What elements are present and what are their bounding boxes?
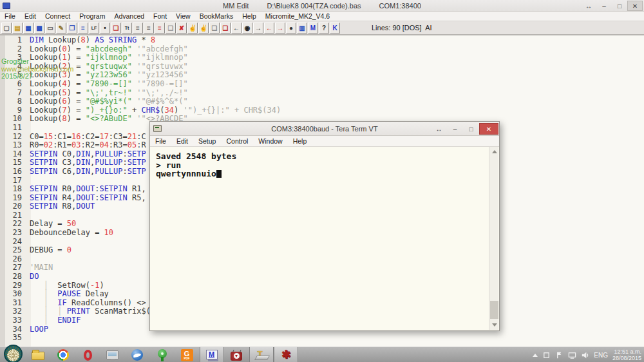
network-icon[interactable] — [568, 351, 576, 359]
align-right-icon[interactable]: ≡ — [144, 23, 154, 33]
taskbar-chrome-icon[interactable] — [51, 347, 75, 362]
list-icon-glyph: ≡ — [81, 24, 85, 32]
hand-icon[interactable]: ✌ — [198, 23, 209, 33]
forward-arrow-icon[interactable]: → — [253, 23, 263, 33]
terminal-scrollbar[interactable] — [489, 147, 498, 330]
scroll-up-icon[interactable] — [489, 147, 499, 157]
taskbar-video-downloader-icon[interactable] — [224, 347, 249, 362]
run-icon[interactable]: K — [330, 23, 340, 33]
menu-help[interactable]: Help — [238, 12, 261, 20]
teraterm-titlebar[interactable]: COM3:38400baud - Tera Term VT ↔ – □ ✕ — [150, 122, 499, 136]
code-text: │ IF ReadColumns() <> 2 — [26, 298, 155, 307]
menu-advanced[interactable]: Advanced — [109, 12, 149, 20]
code-text: SETPIN R0,DOUT:SETPIN R1, — [26, 184, 146, 193]
copy-icon[interactable]: ❐ — [67, 23, 77, 33]
maximize-icon[interactable]: □ — [463, 123, 479, 135]
terminal-screen[interactable]: Saved 2548 bytes> runqwertynnnuio — [151, 147, 489, 330]
tt-menu-file[interactable]: File — [150, 137, 171, 145]
next-error-icon[interactable]: → — [275, 23, 285, 33]
save-icon[interactable]: ▦ — [23, 23, 33, 33]
record-icon[interactable]: • — [100, 23, 110, 33]
toolbar-buttons: ▢▤▦▩▭✎❐≡LF•❏Tt≡≡≡❑✘✌✌❑❑←◉→←→●▥M?K — [1, 23, 341, 33]
align-left-icon[interactable]: ≡ — [133, 23, 143, 33]
bubble-icon[interactable]: ❑ — [209, 23, 220, 33]
taskbar-thunderbird-icon[interactable] — [125, 347, 149, 362]
menu-font[interactable]: Font — [149, 12, 171, 20]
mmedit-titlebar: MM EditD:\BlueK8 004(TZA code).basCOM1:3… — [0, 0, 644, 12]
line-ending-icon[interactable]: LF — [89, 23, 99, 33]
edit-pen-icon[interactable]: ✎ — [56, 23, 66, 33]
maximize-icon[interactable]: □ — [612, 1, 627, 11]
taskbar-teraterm-app-icon[interactable]: T — [249, 347, 274, 362]
close-icon[interactable]: ✕ — [627, 1, 643, 11]
taskbar-paint-splat-app-icon[interactable]: ✱ — [274, 347, 298, 362]
bubble-red-icon[interactable]: ❑ — [220, 23, 231, 33]
clock-time: 12:51 a.m. — [612, 348, 641, 355]
taskbar-pdf-app-icon[interactable]: G — [175, 347, 199, 362]
volume-icon[interactable] — [581, 351, 589, 359]
taskbar-image-viewer-icon[interactable] — [100, 347, 125, 362]
print-icon[interactable]: ▭ — [45, 23, 55, 33]
code-text: C0=15:C1=16:C2=17:C3=21:C — [26, 132, 146, 141]
tt-menu-window[interactable]: Window — [253, 137, 287, 145]
code-text — [26, 176, 30, 185]
tt-menu-edit[interactable]: Edit — [171, 137, 193, 145]
open-file-icon[interactable]: ▤ — [12, 23, 23, 33]
minimize-icon[interactable]: – — [447, 123, 463, 135]
paste-icon[interactable]: ❏ — [111, 23, 121, 33]
back-arrow-icon[interactable]: ← — [231, 23, 242, 33]
line-ending-icon-glyph: LF — [91, 26, 97, 30]
delete-icon-glyph: ✘ — [179, 24, 184, 32]
tt-menu-setup[interactable]: Setup — [193, 137, 221, 145]
resize-icon[interactable]: ↔ — [581, 1, 596, 11]
teraterm-window: COM3:38400baud - Tera Term VT ↔ – □ ✕ Fi… — [149, 121, 500, 331]
menu-edit[interactable]: Edit — [20, 12, 41, 20]
columns-icon[interactable]: ▥ — [297, 23, 307, 33]
font-icon[interactable]: Tt — [122, 23, 132, 33]
show-hidden-icons-icon[interactable] — [533, 354, 538, 357]
globe-icon[interactable]: ● — [286, 23, 296, 33]
code-text: Delay = 50 — [26, 219, 76, 228]
tray-app-icon[interactable] — [542, 351, 551, 359]
menu-connect[interactable]: Connect — [41, 12, 75, 20]
menu-bookmarks[interactable]: BookMarks — [195, 12, 238, 20]
line-number: 34 — [0, 325, 26, 334]
resize-icon[interactable]: ↔ — [431, 123, 447, 135]
new-file-icon[interactable]: ▢ — [1, 23, 12, 33]
tt-menu-control[interactable]: Control — [221, 137, 253, 145]
scrollbar-thumb[interactable] — [490, 301, 498, 319]
menu-micromite-mk2-v4-6[interactable]: Micromite_MK2_V4.6 — [261, 12, 334, 20]
minimize-icon[interactable]: – — [596, 1, 612, 11]
menu-program[interactable]: Program — [75, 12, 109, 20]
save-as-icon-glyph: ▩ — [36, 24, 42, 32]
mmedit-title: MM EditD:\BlueK8 004(TZA code).basCOM1:3… — [0, 2, 644, 10]
delete-icon[interactable]: ✘ — [176, 23, 187, 33]
tt-menu-help[interactable]: Help — [288, 137, 312, 145]
menu-view[interactable]: View — [171, 12, 195, 20]
prev-error-icon-glyph: ← — [266, 24, 272, 32]
language-indicator[interactable]: ENG — [594, 352, 608, 359]
taskbar-green-utility-icon[interactable] — [150, 347, 175, 362]
compare-hands-icon[interactable]: ✌ — [187, 23, 198, 33]
taskbar-mmedit-app-icon[interactable]: M — [200, 347, 224, 362]
watermark-line: 2015/8/27 — [1, 73, 74, 81]
target-icon[interactable]: ◉ — [242, 23, 252, 33]
photo-watermark: Grogsterwww.thebackshed.com2015/8/27 — [1, 58, 74, 81]
indent-icon[interactable]: ≡ — [155, 23, 165, 33]
save-as-icon[interactable]: ▩ — [34, 23, 44, 33]
clock[interactable]: 12:51 a.m. 28/08/2015 — [612, 348, 641, 361]
menu-file[interactable]: File — [0, 12, 20, 20]
columns-icon-glyph: ▥ — [299, 24, 305, 32]
close-icon[interactable]: ✕ — [479, 123, 498, 135]
list-icon[interactable]: ≡ — [78, 23, 88, 33]
code-line-4: 4Lookup(2) = "qrstuqwx" '"qrstuvwx" — [0, 62, 644, 71]
prev-error-icon[interactable]: ← — [264, 23, 274, 33]
scroll-down-icon[interactable] — [489, 320, 499, 330]
start-button[interactable] — [4, 345, 23, 362]
taskbar-opera-icon[interactable] — [75, 347, 100, 362]
mmedit-logo-icon[interactable]: M — [308, 23, 318, 33]
action-center-flag-icon[interactable] — [555, 351, 564, 359]
comment-bubble-icon[interactable]: ❑ — [166, 23, 176, 33]
help-icon[interactable]: ? — [319, 23, 329, 33]
taskbar-file-explorer-icon[interactable] — [26, 347, 50, 362]
